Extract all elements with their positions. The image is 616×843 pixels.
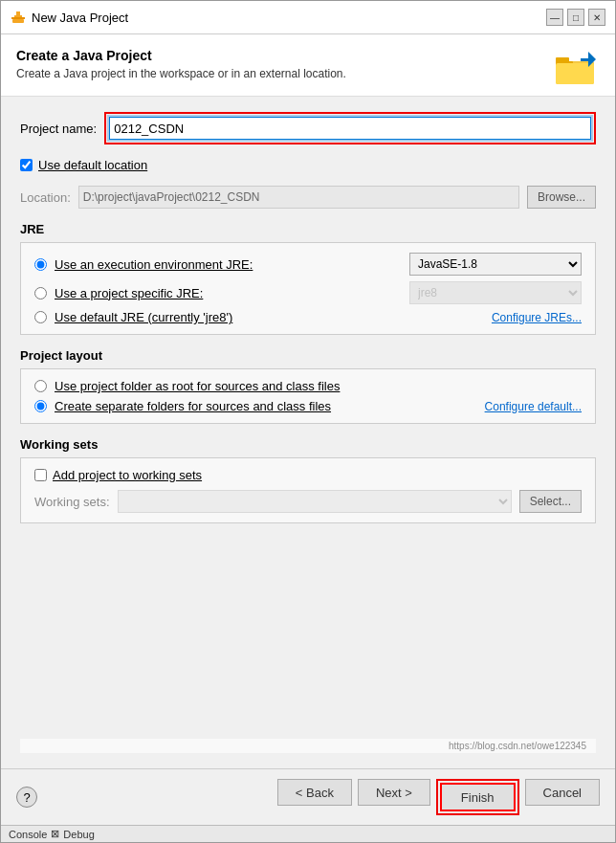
jre-env-row: Use an execution environment JRE: JavaSE… [34,253,582,276]
dialog-description: Create a Java project in the workspace o… [16,67,346,80]
browse-button[interactable]: Browse... [527,186,596,209]
project-layout-section: Project layout Use project folder as roo… [20,348,596,424]
svg-rect-9 [581,58,588,61]
jre-section-box: Use an execution environment JRE: JavaSE… [20,242,596,335]
java-project-icon [11,10,26,25]
jre-specific-select: jre8 [409,281,582,304]
working-sets-select [118,490,512,513]
project-name-section: Project name: [20,112,596,144]
working-sets-label: Working sets: [34,495,110,509]
dialog-heading: Create a Java Project [16,48,346,63]
use-default-location-row: Use default location [20,158,596,172]
help-button[interactable]: ? [16,787,37,808]
svg-rect-3 [11,17,25,19]
location-row: Location: Browse... [20,186,596,209]
bottom-bar: Console ⊠ Debug [1,825,615,842]
working-sets-select-button[interactable]: Select... [519,490,582,513]
finish-button-highlight: Finish [436,779,519,815]
folder-project-icon [554,48,600,86]
configure-default-link[interactable]: Configure default... [485,400,582,413]
next-button[interactable]: Next > [358,779,430,806]
minimize-button[interactable]: — [546,9,563,26]
layout-root-label: Use project folder as root for sources a… [55,379,582,393]
layout-root-row: Use project folder as root for sources a… [34,379,582,393]
jre-specific-row: Use a project specific JRE: jre8 [34,281,582,304]
dialog-header-text: Create a Java Project Create a Java proj… [16,48,346,80]
tab-separator: ⊠ [51,828,59,840]
jre-section-title: JRE [20,222,596,236]
jre-default-row: Use default JRE (currently 'jre8') Confi… [34,310,582,324]
watermark: https://blog.csdn.net/owe122345 [20,739,596,753]
svg-rect-6 [556,57,569,63]
jre-specific-radio[interactable] [34,287,47,299]
dialog-header: Create a Java Project Create a Java proj… [1,34,615,97]
dialog-footer: ? < Back Next > Finish Cancel [1,768,615,825]
location-label: Location: [20,190,71,205]
jre-env-radio[interactable] [34,258,47,271]
dialog-body: Project name: Use default location Locat… [1,97,615,768]
project-layout-box: Use project folder as root for sources a… [20,368,596,424]
cancel-button[interactable]: Cancel [525,779,600,806]
layout-root-radio[interactable] [34,380,47,392]
title-bar-controls: — □ ✕ [546,9,605,26]
project-name-highlight [104,112,596,144]
finish-button[interactable]: Finish [440,783,516,811]
jre-default-radio[interactable] [34,311,47,323]
title-bar: New Java Project — □ ✕ [1,1,615,34]
back-button[interactable]: < Back [277,779,352,806]
working-sets-row: Working sets: Select... [34,490,582,513]
body-spacer [20,537,596,725]
location-input[interactable] [78,186,519,209]
working-sets-title: Working sets [20,437,596,452]
project-layout-title: Project layout [20,348,596,363]
add-to-working-sets-row: Add project to working sets [34,468,582,482]
jre-env-label: Use an execution environment JRE: [55,257,402,272]
layout-separate-row: Create separate folders for sources and … [34,399,582,413]
footer-buttons: < Back Next > Finish Cancel [277,779,600,815]
svg-rect-2 [16,11,20,16]
dialog-window: New Java Project — □ ✕ Create a Java Pro… [0,0,616,843]
console-tab[interactable]: Console [9,829,47,840]
jre-default-label: Use default JRE (currently 'jre8') [55,310,484,324]
use-default-location-label: Use default location [38,158,147,172]
jre-section: JRE Use an execution environment JRE: Ja… [20,222,596,335]
working-sets-box: Add project to working sets Working sets… [20,457,596,523]
working-sets-section: Working sets Add project to working sets… [20,437,596,523]
use-default-location-checkbox[interactable] [20,159,33,171]
add-to-working-sets-label: Add project to working sets [53,468,202,482]
configure-jres-link[interactable]: Configure JREs... [492,311,582,324]
debug-tab[interactable]: Debug [63,829,94,840]
project-name-label: Project name: [20,122,97,136]
project-name-input[interactable] [109,117,591,140]
add-to-working-sets-checkbox[interactable] [34,469,47,481]
jre-specific-label: Use a project specific JRE: [55,286,402,300]
layout-separate-label: Create separate folders for sources and … [55,399,477,413]
close-button[interactable]: ✕ [588,9,605,26]
jre-env-select[interactable]: JavaSE-1.8 [409,253,582,276]
title-bar-left: New Java Project [11,10,128,25]
layout-separate-radio[interactable] [34,400,47,412]
maximize-button[interactable]: □ [567,9,584,26]
window-title: New Java Project [32,11,128,25]
